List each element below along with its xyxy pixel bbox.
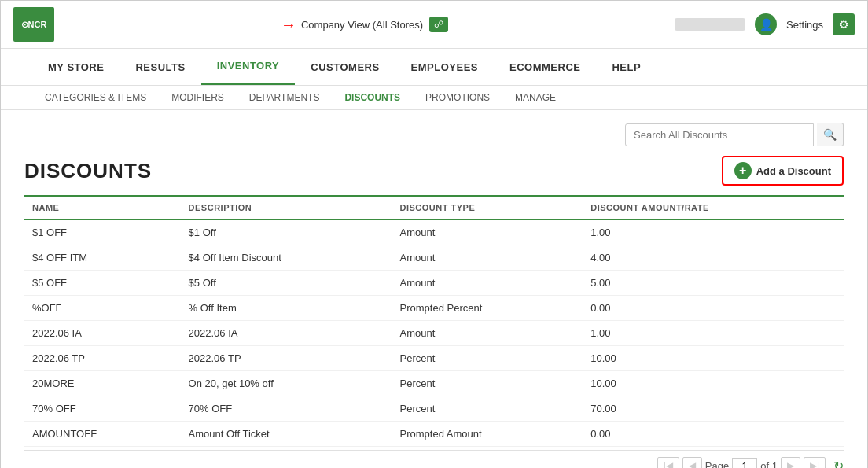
add-discount-label: Add a Discount [756,165,831,177]
cell-name: 2022.06 IA [24,321,181,346]
cell-discount-type: Amount [392,245,583,271]
subnav-categories-items[interactable]: CATEGORIES & ITEMS [32,86,159,109]
table-row[interactable]: 2022.06 IA 2022.06 IA Amount 1.00 [24,321,844,346]
red-arrow-icon: → [281,17,296,32]
cell-name: AMOUNTOFF [24,422,181,447]
cell-description: 2022.06 IA [181,321,392,346]
nav-inventory[interactable]: INVENTORY [201,49,296,85]
cell-name: 2022.06 TP [24,346,181,371]
col-discount-type: DISCOUNT TYPE [392,196,583,219]
settings-gear-icon[interactable]: ⚙ [833,13,855,35]
cell-name: 70% OFF [24,396,181,422]
cell-discount-amount: 1.00 [583,321,844,346]
table-row[interactable]: 70% OFF 70% OFF Percent 70.00 [24,396,844,422]
subnav-promotions[interactable]: PROMOTIONS [413,86,502,109]
table-row[interactable]: $4 OFF ITM $4 Off Item Discount Amount 4… [24,245,844,271]
cell-discount-amount: 0.00 [583,422,844,447]
app-container: ⊙NCR → Company View (All Stores) ☍ 👤 Set… [0,0,868,468]
store-icon: ☍ [429,17,448,32]
cell-discount-amount: 1.00 [583,219,844,245]
nav-help[interactable]: HELP [596,50,657,84]
title-row: DISCOUNTS + Add a Discount [24,156,844,186]
cell-discount-type: Percent [392,396,583,422]
cell-description: On 20, get 10% off [181,371,392,396]
content-area: 🔍 DISCOUNTS + Add a Discount NAME DESCRI… [1,110,867,468]
top-bar: ⊙NCR → Company View (All Stores) ☍ 👤 Set… [1,1,867,49]
table-header-row: NAME DESCRIPTION DISCOUNT TYPE DISCOUNT … [24,196,844,219]
cell-description: $5 Off [181,271,392,296]
top-bar-right: 👤 Settings ⚙ [675,13,855,35]
cell-discount-amount: 5.00 [583,271,844,296]
refresh-button[interactable]: ↻ [833,459,844,469]
table-row[interactable]: AMOUNTOFF Amount Off Ticket Prompted Amo… [24,422,844,447]
of-label: of 1 [760,460,778,469]
settings-label: Settings [786,19,823,31]
subnav-discounts[interactable]: DISCOUNTS [332,86,413,109]
cell-description: 70% OFF [181,396,392,422]
col-name: NAME [24,196,181,219]
subnav-modifiers[interactable]: MODIFIERS [159,86,237,109]
nav-ecommerce[interactable]: ECOMMERCE [494,50,596,84]
cell-discount-type: Amount [392,219,583,245]
nav-my-store[interactable]: MY STORE [32,50,120,84]
cell-discount-amount: 0.00 [583,296,844,321]
main-nav: MY STORE RESULTS INVENTORY CUSTOMERS EMP… [1,49,867,86]
cell-name: $4 OFF ITM [24,245,181,271]
cell-description: $4 Off Item Discount [181,245,392,271]
table-row[interactable]: 20MORE On 20, get 10% off Percent 10.00 [24,371,844,396]
discounts-table: NAME DESCRIPTION DISCOUNT TYPE DISCOUNT … [24,195,844,447]
nav-employees[interactable]: EMPLOYEES [395,50,494,84]
nav-results[interactable]: RESULTS [120,50,200,84]
cell-discount-type: Percent [392,346,583,371]
company-view-label: → Company View (All Stores) [281,17,423,32]
cell-discount-amount: 4.00 [583,245,844,271]
cell-name: %OFF [24,296,181,321]
page-number-input[interactable] [732,458,757,469]
page-title: DISCOUNTS [24,159,152,183]
top-bar-center: → Company View (All Stores) ☍ [64,17,665,32]
blurred-username [675,18,745,31]
ncr-logo: ⊙NCR [13,7,54,42]
subnav-manage[interactable]: MANAGE [502,86,568,109]
pagination-row: |◀ ◀ Page of 1 ▶ ▶| ↻ [24,450,844,468]
cell-discount-type: Percent [392,371,583,396]
cell-discount-type: Amount [392,321,583,346]
subnav-departments[interactable]: DEPARTMENTS [237,86,333,109]
next-page-button[interactable]: ▶ [781,457,800,468]
search-input[interactable] [625,123,814,146]
prev-page-button[interactable]: ◀ [682,457,702,468]
table-row[interactable]: 2022.06 TP 2022.06 TP Percent 10.00 [24,346,844,371]
cell-discount-type: Amount [392,271,583,296]
cell-description: % Off Item [181,296,392,321]
table-row[interactable]: $1 OFF $1 Off Amount 1.00 [24,219,844,245]
cell-description: $1 Off [181,219,392,245]
cell-discount-amount: 10.00 [583,346,844,371]
cell-description: Amount Off Ticket [181,422,392,447]
nav-customers[interactable]: CUSTOMERS [295,50,395,84]
add-discount-button[interactable]: + Add a Discount [722,156,844,186]
col-description: DESCRIPTION [181,196,392,219]
cell-discount-type: Prompted Percent [392,296,583,321]
cell-name: $5 OFF [24,271,181,296]
user-avatar-icon[interactable]: 👤 [755,13,777,35]
sub-nav: CATEGORIES & ITEMS MODIFIERS DEPARTMENTS… [1,86,867,110]
cell-name: $1 OFF [24,219,181,245]
cell-discount-amount: 70.00 [583,396,844,422]
table-row[interactable]: $5 OFF $5 Off Amount 5.00 [24,271,844,296]
page-label: Page [705,460,729,469]
cell-discount-amount: 10.00 [583,371,844,396]
search-row: 🔍 [24,123,844,146]
cell-discount-type: Prompted Amount [392,422,583,447]
cell-name: 20MORE [24,371,181,396]
table-row[interactable]: %OFF % Off Item Prompted Percent 0.00 [24,296,844,321]
first-page-button[interactable]: |◀ [657,457,679,468]
col-discount-amount: DISCOUNT AMOUNT/RATE [583,196,844,219]
cell-description: 2022.06 TP [181,346,392,371]
last-page-button[interactable]: ▶| [804,457,826,468]
search-button[interactable]: 🔍 [817,123,844,146]
discounts-table-wrapper: NAME DESCRIPTION DISCOUNT TYPE DISCOUNT … [24,195,844,447]
add-discount-plus-icon: + [734,162,752,179]
